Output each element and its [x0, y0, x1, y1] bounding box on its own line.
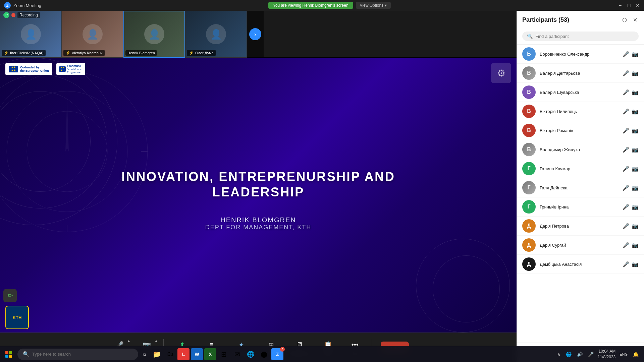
minimize-button[interactable]: − [618, 3, 623, 8]
participant-mic-icon[interactable]: 🎤 [623, 261, 629, 267]
slide-presenter-info: HENRIK BLOMGREN DEPT FOR MANAGEMENT, KTH [121, 216, 395, 231]
participant-list-item[interactable]: ГГаля Дейнека🎤📷 [517, 178, 644, 197]
participant-mic-icon[interactable]: 🎤 [623, 146, 629, 153]
panel-popout-button[interactable]: ⬡ [621, 15, 628, 24]
word-app-icon[interactable]: W [191, 348, 203, 360]
search-icon: 🔍 [527, 34, 533, 39]
participant-mic-icon[interactable]: 🎤 [623, 242, 629, 248]
participant-video-icon[interactable]: 📷 [632, 127, 639, 134]
participant-name-viktoriya: ⚡ Viktoriya Kharchuk [63, 50, 105, 56]
participant-strip: 👤 ⚡ Ihor Oleksiv (NAQA) 👤 ⚡ Viktoriya Kh… [0, 11, 517, 58]
participant-mic-icon[interactable]: 🎤 [623, 223, 629, 229]
eu-stars-icon: ★★★★ [9, 66, 18, 72]
participant-controls: 🎤📷 [623, 146, 639, 153]
participant-thumb-viktoriya[interactable]: 👤 ⚡ Viktoriya Kharchuk [62, 11, 123, 58]
taskbar-right: ∧ 🌐 🔊 🎤 10:04 AM 11/8/2023 ENG 🔔 [556, 349, 644, 360]
close-button[interactable]: ✕ [635, 3, 640, 8]
lenovo-app-icon[interactable]: L [177, 348, 190, 360]
participant-controls: 🎤📷 [623, 166, 639, 172]
titlebar-title: Zoom Meeting [13, 3, 41, 8]
participant-avatar: В [522, 66, 536, 80]
search-bar: 🔍 [517, 28, 644, 45]
participant-list-item[interactable]: ВВалерія Дегтярьова🎤📷 [517, 64, 644, 83]
participant-list-item[interactable]: ДДар'я Петрова🎤📷 [517, 217, 644, 236]
participant-list-item[interactable]: ДДембіцька Анастасія🎤📷 [517, 255, 644, 274]
mic-tray-icon[interactable]: 🎤 [587, 350, 595, 358]
participant-mic-icon[interactable]: 🎤 [623, 51, 629, 57]
search-participant-input[interactable] [535, 34, 634, 39]
participant-thumb-oleg[interactable]: 👤 ⚡ Олег Дума [185, 11, 247, 58]
eu-logo: ★★★★ Co-funded by the European Union [5, 63, 52, 75]
speaker-icon[interactable]: 🔊 [576, 350, 584, 358]
participant-video-icon[interactable]: 📷 [632, 146, 639, 153]
participant-video-icon[interactable]: 📷 [632, 204, 639, 210]
participant-controls: 🎤📷 [623, 185, 639, 191]
file-explorer-icon[interactable]: 📁 [151, 348, 163, 360]
participant-mic-icon[interactable]: 🎤 [623, 204, 629, 210]
next-participant-button[interactable]: › [247, 11, 264, 58]
participant-list-item[interactable]: ВВалерія Шуварська🎤📷 [517, 83, 644, 102]
participant-controls: 🎤📷 [623, 204, 639, 210]
participant-mic-icon[interactable]: 🎤 [623, 108, 629, 115]
participant-mic-icon[interactable]: 🎤 [623, 127, 629, 134]
slide-logos: ★★★★ Co-funded by the European Union ★★★… [5, 63, 85, 75]
maximize-button[interactable]: □ [627, 3, 631, 8]
participant-list-item[interactable]: ВВікторія Пилипець🎤📷 [517, 102, 644, 121]
security-shield-icon: 🛡 [3, 12, 9, 18]
notification-center-icon[interactable]: 🔔 [632, 350, 640, 358]
excel-app-icon[interactable]: X [204, 348, 216, 360]
view-options-button[interactable]: View Options ▾ [356, 2, 391, 9]
unmute-caret-icon[interactable]: ▲ [127, 339, 130, 343]
participant-mic-icon[interactable]: 🎤 [623, 89, 629, 96]
video-caret-icon[interactable]: ▲ [155, 339, 158, 343]
slide-main-content: INNOVATION, ENTREPRENURSHIP AND LEADERSH… [121, 169, 395, 231]
panel-close-button[interactable]: ✕ [632, 15, 639, 24]
participant-list-item[interactable]: ДДар'я Сургай🎤📷 [517, 236, 644, 255]
participant-name: Валерія Дегтярьова [540, 71, 619, 76]
ms-store-icon[interactable]: ⊞ [218, 348, 230, 360]
slide-logo-right: ⚙ [491, 63, 511, 83]
participant-mic-icon[interactable]: 🎤 [623, 166, 629, 172]
files-app-icon[interactable]: 🗂 [164, 348, 176, 360]
titlebar: Z Zoom Meeting You are viewing Henrik Bl… [0, 0, 644, 11]
participant-video-icon[interactable]: 📷 [632, 242, 639, 248]
windows-start-button[interactable] [1, 347, 16, 362]
chrome-app-icon[interactable]: ⬤ [258, 348, 270, 360]
chevron-down-icon: ▾ [385, 3, 387, 8]
compass-svg [0, 64, 154, 239]
annotate-button[interactable]: ✏ [3, 289, 17, 302]
participant-video-icon[interactable]: 📷 [632, 51, 639, 57]
participant-name: Валерія Шуварська [540, 90, 619, 95]
participant-thumb-henrik[interactable]: 👤 Henrik Blomgren [123, 11, 185, 58]
taskbar-search-input[interactable] [32, 352, 133, 357]
participant-list-item[interactable]: ВВікторія Романів🎤📷 [517, 121, 644, 140]
taskbar-search-box[interactable]: 🔍 [17, 349, 138, 360]
participant-video-icon[interactable]: 📷 [632, 223, 639, 229]
participant-avatar: В [522, 143, 536, 156]
participant-list-item[interactable]: ББоровиченко Олександр🎤📷 [517, 45, 644, 64]
participant-name: Дар'я Сургай [540, 243, 619, 248]
titlebar-center: You are viewing Henrik Blomgren's screen… [268, 2, 391, 9]
participant-avatar: Г [522, 200, 536, 214]
participant-video-icon[interactable]: 📷 [632, 261, 639, 267]
edge-app-icon[interactable]: 🌐 [245, 348, 257, 360]
participant-list-item[interactable]: ГГриньків Ірина🎤📷 [517, 197, 644, 217]
zoom-taskbar-icon[interactable]: Z 6 [271, 348, 283, 360]
participant-video-icon[interactable]: 📷 [632, 70, 639, 76]
participant-name: Вікторія Романів [540, 128, 619, 133]
participant-list-item[interactable]: ВВолодимир Жежуха🎤📷 [517, 140, 644, 159]
participant-mic-icon[interactable]: 🎤 [623, 185, 629, 191]
participant-video-icon[interactable]: 📷 [632, 89, 639, 96]
participant-controls: 🎤📷 [623, 51, 639, 57]
task-view-button[interactable]: ⧉ [140, 351, 149, 358]
participant-mic-icon[interactable]: 🎤 [623, 70, 629, 76]
participant-video-icon[interactable]: 📷 [632, 185, 639, 191]
next-icon: › [249, 28, 261, 40]
participant-video-icon[interactable]: 📷 [632, 108, 639, 115]
mail-app-icon[interactable]: ✉ [231, 348, 243, 360]
participant-list-item[interactable]: ГГалина Качмар🎤📷 [517, 159, 644, 178]
windows-logo-icon [5, 351, 12, 358]
network-icon[interactable]: 🌐 [565, 350, 573, 358]
participant-video-icon[interactable]: 📷 [632, 166, 639, 172]
chevron-up-tray-icon[interactable]: ∧ [556, 350, 562, 358]
